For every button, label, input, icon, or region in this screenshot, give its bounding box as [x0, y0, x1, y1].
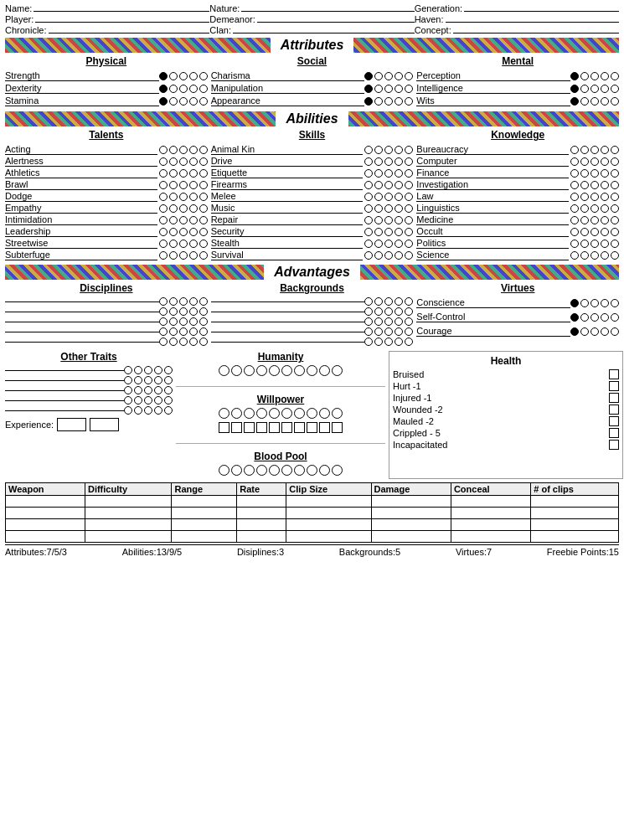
- nature-value[interactable]: [241, 11, 414, 12]
- skill-dots[interactable]: [570, 216, 619, 224]
- blood-dot[interactable]: [319, 465, 330, 476]
- willpower-circle[interactable]: [219, 408, 229, 419]
- willpower-square[interactable]: [319, 422, 330, 433]
- willpower-circle[interactable]: [307, 408, 317, 419]
- skill-dots[interactable]: [159, 157, 208, 166]
- skill-dots[interactable]: [159, 228, 208, 236]
- disc-dots[interactable]: [364, 338, 413, 346]
- disc-dots[interactable]: [124, 376, 173, 384]
- blood-dot[interactable]: [231, 465, 242, 476]
- disc-name[interactable]: [5, 322, 159, 322]
- humanity-dot[interactable]: [281, 365, 292, 376]
- disc-dots[interactable]: [124, 406, 173, 415]
- concept-value[interactable]: [453, 33, 619, 33]
- willpower-square[interactable]: [281, 422, 292, 433]
- weapon-cell[interactable]: [371, 496, 451, 508]
- disc-name[interactable]: [5, 301, 159, 302]
- disc-name[interactable]: [211, 332, 365, 332]
- exp-box-2[interactable]: [90, 418, 119, 431]
- weapon-cell[interactable]: [237, 531, 286, 543]
- humanity-dot[interactable]: [231, 365, 242, 376]
- willpower-circle[interactable]: [256, 408, 267, 419]
- skill-dots[interactable]: [364, 146, 413, 154]
- willpower-circle[interactable]: [244, 408, 255, 419]
- weapon-cell[interactable]: [286, 508, 371, 519]
- disc-dots[interactable]: [364, 297, 413, 306]
- health-checkbox[interactable]: [609, 416, 619, 426]
- disc-dots[interactable]: [124, 396, 173, 405]
- weapon-cell[interactable]: [237, 519, 286, 531]
- willpower-circle[interactable]: [294, 408, 305, 419]
- weapon-cell[interactable]: [172, 519, 237, 531]
- willpower-square[interactable]: [332, 422, 343, 433]
- skill-dots[interactable]: [159, 240, 208, 248]
- weapon-cell[interactable]: [85, 496, 172, 508]
- weapon-cell[interactable]: [451, 519, 530, 531]
- weapon-cell[interactable]: [237, 508, 286, 519]
- willpower-square[interactable]: [294, 422, 305, 433]
- skill-dots[interactable]: [364, 193, 413, 201]
- skill-dots[interactable]: [159, 169, 208, 178]
- disc-dots[interactable]: [159, 327, 208, 336]
- skill-dots[interactable]: [364, 204, 413, 213]
- humanity-dot[interactable]: [294, 365, 305, 376]
- health-checkbox[interactable]: [609, 369, 619, 379]
- skill-dots[interactable]: [159, 181, 208, 189]
- weapon-cell[interactable]: [85, 531, 172, 543]
- virtue-dots[interactable]: [570, 299, 619, 307]
- generation-value[interactable]: [464, 11, 619, 12]
- skill-dots[interactable]: [570, 228, 619, 236]
- skill-dots[interactable]: [159, 216, 208, 224]
- willpower-square[interactable]: [307, 422, 317, 433]
- disc-name[interactable]: [5, 410, 124, 411]
- weapon-cell[interactable]: [371, 519, 451, 531]
- stat-dots[interactable]: [570, 97, 619, 106]
- weapon-cell[interactable]: [286, 531, 371, 543]
- humanity-dot[interactable]: [256, 365, 267, 376]
- willpower-square[interactable]: [244, 422, 255, 433]
- weapon-cell[interactable]: [531, 508, 619, 519]
- disc-dots[interactable]: [364, 307, 413, 316]
- willpower-circle[interactable]: [281, 408, 292, 419]
- health-checkbox[interactable]: [609, 381, 619, 391]
- disc-name[interactable]: [211, 312, 365, 312]
- skill-dots[interactable]: [364, 228, 413, 236]
- weapon-cell[interactable]: [371, 531, 451, 543]
- disc-name[interactable]: [211, 342, 365, 343]
- weapon-cell[interactable]: [237, 496, 286, 508]
- disc-name[interactable]: [211, 322, 365, 322]
- willpower-square[interactable]: [256, 422, 267, 433]
- humanity-dot[interactable]: [332, 365, 343, 376]
- willpower-circle[interactable]: [332, 408, 343, 419]
- skill-dots[interactable]: [570, 240, 619, 248]
- blood-dot[interactable]: [307, 465, 317, 476]
- disc-dots[interactable]: [159, 307, 208, 316]
- blood-dot[interactable]: [244, 465, 255, 476]
- blood-dot[interactable]: [332, 465, 343, 476]
- blood-dot[interactable]: [281, 465, 292, 476]
- stat-dots[interactable]: [159, 85, 208, 93]
- disc-name[interactable]: [5, 380, 124, 381]
- skill-dots[interactable]: [570, 169, 619, 178]
- weapon-cell[interactable]: [451, 496, 530, 508]
- disc-dots[interactable]: [364, 327, 413, 336]
- humanity-dot[interactable]: [244, 365, 255, 376]
- weapon-cell[interactable]: [85, 508, 172, 519]
- name-value[interactable]: [34, 11, 209, 12]
- stat-dots[interactable]: [364, 85, 413, 93]
- skill-dots[interactable]: [570, 251, 619, 260]
- disc-dots[interactable]: [159, 317, 208, 326]
- skill-dots[interactable]: [570, 181, 619, 189]
- disc-name[interactable]: [5, 400, 124, 401]
- haven-value[interactable]: [446, 22, 619, 23]
- skill-dots[interactable]: [364, 216, 413, 224]
- skill-dots[interactable]: [364, 251, 413, 260]
- skill-dots[interactable]: [364, 240, 413, 248]
- blood-dot[interactable]: [269, 465, 280, 476]
- disc-dots[interactable]: [159, 297, 208, 306]
- skill-dots[interactable]: [570, 157, 619, 166]
- disc-dots[interactable]: [124, 386, 173, 394]
- skill-dots[interactable]: [570, 146, 619, 154]
- weapon-cell[interactable]: [172, 531, 237, 543]
- stat-dots[interactable]: [159, 97, 208, 106]
